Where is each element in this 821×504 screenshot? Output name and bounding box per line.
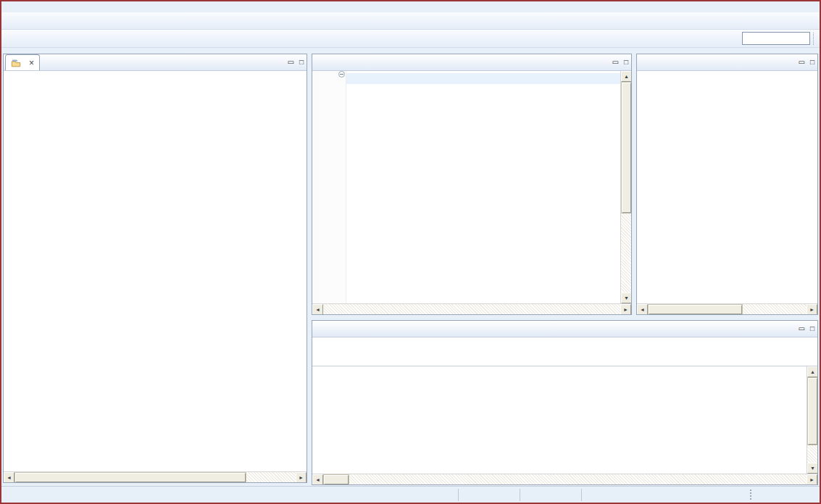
scroll-down-icon[interactable]: ▼ <box>621 293 631 303</box>
tab-project-explorer[interactable]: × <box>5 54 40 70</box>
console-tabbar: ▭ □ <box>312 321 817 337</box>
scroll-left-icon[interactable]: ◄ <box>637 304 648 315</box>
status-bar <box>1 486 820 503</box>
outline-tabbar: ▭ □ <box>637 54 817 71</box>
current-line-highlight <box>346 73 620 84</box>
editor-tabbar: ▭ □ <box>312 54 631 71</box>
outline-list <box>637 88 817 303</box>
scroll-right-icon[interactable]: ► <box>620 304 631 315</box>
scroll-up-icon[interactable]: ▲ <box>621 71 631 82</box>
editor-area: ▭ □ ▲ ▼ ◄ ► <box>312 54 632 315</box>
status-insert-mode <box>520 489 581 501</box>
scroll-up-icon[interactable]: ▲ <box>807 366 817 377</box>
console-description <box>312 355 817 366</box>
scroll-right-icon[interactable]: ► <box>807 304 817 315</box>
scroll-thumb[interactable] <box>649 305 742 314</box>
scroll-right-icon[interactable]: ► <box>296 472 307 483</box>
statusbar-drag-handle <box>750 490 751 500</box>
eclipse-window: × ▭ □ ◄ ► ▭ □ <box>0 0 821 504</box>
close-view-icon[interactable]: × <box>29 59 34 67</box>
minimize-icon[interactable]: ▭ <box>288 58 294 66</box>
project-explorer-panel: × ▭ □ ◄ ► <box>3 54 307 483</box>
maximize-icon[interactable]: □ <box>624 58 628 66</box>
project-explorer-icon <box>11 58 21 68</box>
console-panel: ▭ □ ▲ ▼ ◄ ► <box>312 320 818 485</box>
collapse-marker-icon[interactable] <box>338 71 345 77</box>
quick-access-input[interactable] <box>742 32 810 45</box>
scroll-thumb[interactable] <box>622 83 631 213</box>
console-toolbar <box>312 337 817 355</box>
scroll-right-icon[interactable]: ► <box>807 474 817 485</box>
maximize-icon[interactable]: □ <box>810 58 814 66</box>
editor-vscrollbar: ▲ ▼ <box>620 71 631 303</box>
explorer-hscrollbar: ◄ ► <box>4 471 307 482</box>
console-output[interactable] <box>312 366 807 474</box>
scroll-left-icon[interactable]: ◄ <box>312 474 323 485</box>
main-toolbar <box>1 12 820 30</box>
line-number-ruler <box>318 71 337 303</box>
project-explorer-header: × ▭ □ <box>4 54 307 71</box>
minimize-icon[interactable]: ▭ <box>612 58 619 66</box>
maximize-icon[interactable]: □ <box>810 324 814 332</box>
status-cursor-position <box>581 489 643 501</box>
folding-ruler <box>337 71 346 303</box>
console-vscrollbar: ▲ ▼ <box>807 366 817 474</box>
navigation-toolbar <box>1 30 820 48</box>
maximize-icon[interactable]: □ <box>299 58 304 66</box>
scroll-down-icon[interactable]: ▼ <box>807 463 817 474</box>
scroll-thumb[interactable] <box>808 378 817 445</box>
console-hscrollbar: ◄ ► <box>312 474 817 484</box>
menu-bar <box>1 1 820 12</box>
scroll-thumb[interactable] <box>15 473 246 482</box>
scroll-left-icon[interactable]: ◄ <box>312 304 323 315</box>
minimize-icon[interactable]: ▭ <box>799 58 805 66</box>
editor-hscrollbar: ◄ ► <box>312 303 631 314</box>
range-indicator-ruler <box>312 71 318 303</box>
outline-hscrollbar: ◄ ► <box>637 303 817 314</box>
status-writable <box>458 489 520 501</box>
minimize-icon[interactable]: ▭ <box>799 324 805 332</box>
outline-panel: ▭ □ ◄ ► <box>636 54 818 315</box>
scroll-left-icon[interactable]: ◄ <box>4 472 14 483</box>
outline-toolbar <box>637 71 817 88</box>
code-editor[interactable]: ▲ ▼ <box>312 71 631 303</box>
project-tree <box>4 71 307 471</box>
scroll-thumb[interactable] <box>324 475 349 484</box>
